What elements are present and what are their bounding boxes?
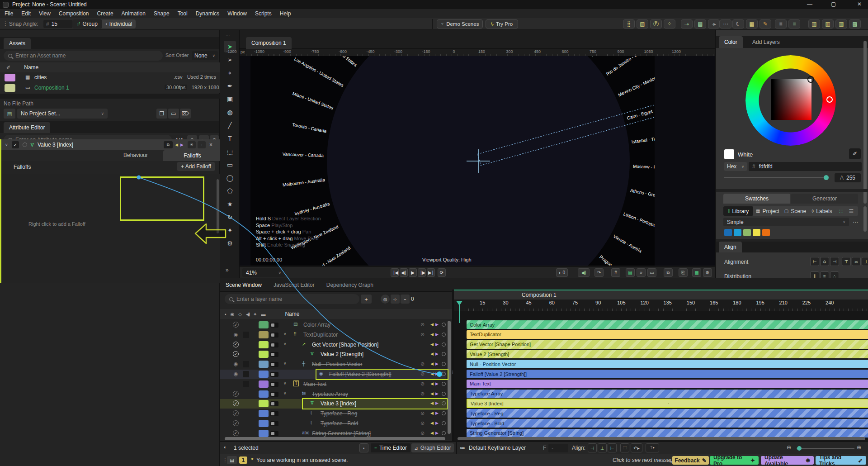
layer-name[interactable]: Get Vector [Shape Position] [312,342,378,348]
reveal-button[interactable]: ▭ [168,109,179,119]
out-connection-icon[interactable]: ▶ [435,352,439,356]
grid-layout-icon[interactable]: ▩ [849,19,861,29]
menu-shape[interactable]: Shape [154,10,170,17]
attribute-header[interactable]: ∨ ✓ ∇ Value 3 [Index] ⧉ ◀ ▶ ⍟ ⁘ × [1,139,220,150]
prev-frame-button[interactable]: ◀❘ [400,268,408,277]
layer-name[interactable]: Falloff [Value 2 [Strength]] [329,371,392,377]
keyframe-circle-icon[interactable] [442,392,446,396]
asset-name[interactable]: cities [34,74,47,81]
asset-search-input[interactable]: Enter an Asset name [4,51,163,61]
align-keys-right-button[interactable]: ⊢ [608,443,617,452]
current-color-swatch[interactable] [724,149,734,159]
messages-icon[interactable]: ▤ [227,456,237,464]
clip-toggle-icon[interactable] [270,342,278,347]
layer-row[interactable]: ✓∨↗Get Vector [Shape Position]◀▶ [220,340,446,350]
expand-chevron-icon[interactable]: ∨ [283,342,287,346]
layer-search-input[interactable]: Enter a layer name [225,294,359,304]
color-mode-dropdown[interactable]: Hex∨ [724,162,747,171]
checker-icon[interactable]: ▩ [692,268,701,277]
alpha-slider[interactable] [724,177,826,178]
layer-name[interactable]: TextDuplicator [303,332,338,338]
project-swatches-button[interactable]: ▦Project [753,208,782,214]
in-connection-icon[interactable]: ◀ [430,322,434,327]
panel-scrollbar[interactable] [863,41,867,204]
timeline-hscrollbar[interactable] [458,437,865,440]
in-connection-icon[interactable]: ◀ [430,401,434,405]
menu-composition[interactable]: Composition [59,10,89,17]
saturation-square[interactable] [771,79,811,120]
layer-hscrollbar[interactable] [225,437,445,440]
audio-icon[interactable]: ◀) [578,268,590,277]
layer-row[interactable]: ✓▤Color Array⊘◀▶ [220,320,446,330]
out-connection-icon[interactable]: ▶ [435,371,439,376]
isolate-button[interactable]: ◍ [381,295,390,304]
timeline-track[interactable]: Value 2 [Strength] [467,350,868,358]
tab-generator[interactable]: Generator [791,194,858,204]
layer-name[interactable]: Typeface - Reg [321,410,357,417]
alpha-slider-knob[interactable] [824,175,829,180]
demo-scenes-button[interactable]: ⁘Demo Scenes [437,19,483,29]
tab-color[interactable]: Color [719,36,743,48]
eyedropper-button[interactable]: ✐ [849,148,861,159]
swatch-chip[interactable] [753,229,760,236]
enabled-checkbox[interactable]: ✓ [233,391,239,397]
timeline-track[interactable]: Typeface - Reg [467,409,868,418]
secondary-state-box[interactable] [243,381,249,387]
layer-color-chip[interactable] [259,410,269,417]
layer-color-chip[interactable] [259,351,269,358]
layer-color-chip[interactable] [259,400,269,407]
tab-assets[interactable]: Assets [4,38,31,49]
grid-view-toggle[interactable]: ∷ [835,208,846,214]
text-tool[interactable]: T [224,133,236,144]
align-stack-icon[interactable]: ▤ [694,19,706,29]
align-right-button[interactable]: ⊣ [830,257,839,266]
enabled-checkbox[interactable]: ✓ [12,141,19,148]
enabled-checkbox[interactable]: ✓ [233,342,239,347]
out-connection-icon[interactable]: ▶ [435,332,439,337]
annotate-icon[interactable]: ✎ [760,19,771,29]
frame-region-button[interactable]: ⬚ [620,443,629,452]
tips-and-tricks-button[interactable]: Tips and Tricks➹ [816,456,866,465]
more-icon[interactable]: ⋯ [720,19,731,29]
polygon-tool[interactable]: ⬠ [224,185,236,197]
align-left-icon[interactable]: ≡ [775,19,787,29]
clip-toggle-icon[interactable] [270,401,278,406]
clip-toggle-icon[interactable] [270,411,278,416]
layers-view-icon[interactable]: ⧉ [664,268,673,277]
tab-behaviour[interactable]: Behaviour [123,152,148,158]
project-dropdown[interactable]: No Project Set...∨ [17,109,108,119]
asset-row[interactable]: ▭Composition 130.00fps1920 x 1080 [0,83,220,93]
secondary-state-box[interactable] [243,332,249,338]
menu-help[interactable]: Help [280,10,291,17]
in-connection-icon[interactable]: ◀ [430,332,434,337]
ellipse-tool[interactable]: ◯ [224,172,236,184]
keyframe-circle-icon[interactable] [442,382,446,386]
upgrade-to-pro-button[interactable]: Upgrade to Pro✦ [710,456,759,465]
layer-name[interactable]: Main Text [303,381,326,387]
add-attribute-icon[interactable]: ⁘ [198,141,206,148]
timeline-track[interactable]: Falloff [Value 2 [Strength]] [467,370,868,378]
timeline-track[interactable]: Typeface Array [467,390,868,398]
align-bottom-button[interactable]: ⊥ [862,257,868,266]
layer-row[interactable]: ◉∨┼Null - Position Vector⊘◀▶ [220,360,446,369]
star-tool[interactable]: ★ [224,198,236,210]
strip-more-icon[interactable]: ⋯ [226,33,231,38]
columns-icon-2[interactable]: ▥ [822,19,834,29]
flatten-button[interactable]: ⌁ [401,295,410,304]
layer-name[interactable]: Typeface - Bold [321,420,358,427]
loop-button[interactable]: ⟳ [438,268,446,277]
out-connection-icon[interactable]: ▶ [435,401,439,405]
enabled-checkbox[interactable]: ✓ [233,420,239,426]
layer-name[interactable]: Value 2 [Strength] [321,351,363,357]
open-folder-button[interactable]: ❒ [156,109,167,119]
graph-editor-tab[interactable]: ⊿Graph Editor [411,443,454,452]
align-center-icon[interactable]: ≡ [788,19,800,29]
layer-scrollbar[interactable] [448,321,451,434]
in-connection-icon[interactable]: ◀ [430,371,434,376]
duplicate-icon[interactable]: ⎘ [679,268,688,277]
layer-row[interactable]: ✓∨t≡Typeface Array⊘◀▶ [220,390,446,399]
hex-input[interactable]: #fdfdfd [749,162,862,171]
menu-view[interactable]: View [39,10,51,17]
grid-dots-icon[interactable]: ⣿ [623,19,635,29]
menu-tool[interactable]: Tool [178,10,188,17]
